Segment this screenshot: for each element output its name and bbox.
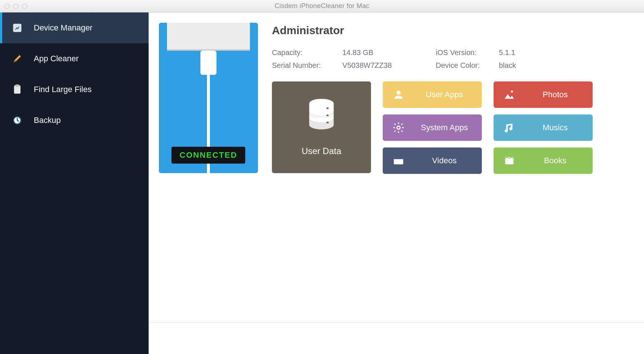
photo-icon (503, 88, 516, 101)
device-connector-illustration (167, 23, 250, 51)
music-icon (503, 121, 516, 134)
svg-rect-8 (327, 114, 329, 116)
footer-divider (149, 322, 644, 323)
svg-rect-7 (327, 107, 329, 109)
svg-point-14 (511, 91, 513, 93)
device-icon (11, 22, 23, 34)
device-connection-card: CONNECTED (159, 23, 258, 173)
gear-icon (392, 121, 405, 134)
device-info-grid: Capacity: 14.83 GB Serial Number: V5038W… (272, 48, 634, 70)
window-title: Cisdem iPhoneCleaner for Mac (0, 2, 644, 10)
sidebar-item-label: Find Large Files (34, 85, 92, 94)
broom-icon (11, 52, 23, 65)
user-icon (392, 88, 405, 101)
sidebar: Device Manager App Cleaner Find Large Fi… (0, 12, 149, 354)
tile-label: Photos (518, 90, 593, 99)
svg-point-10 (396, 91, 400, 95)
clock-icon (11, 114, 23, 127)
video-icon (392, 154, 405, 167)
titlebar: Cisdem iPhoneCleaner for Mac (0, 0, 644, 12)
device-color-label: Device Color: (436, 61, 487, 70)
svg-rect-2 (15, 84, 19, 87)
capacity-value: 14.83 GB (342, 48, 374, 57)
tile-books[interactable]: Books (494, 147, 593, 174)
ios-version-label: iOS Version: (436, 48, 487, 57)
sidebar-item-app-cleaner[interactable]: App Cleaner (0, 43, 149, 74)
tile-musics[interactable]: Musics (494, 114, 593, 141)
tile-videos[interactable]: Videos (383, 147, 482, 174)
capacity-label: Capacity: (272, 48, 331, 57)
tile-label: User Data (302, 146, 341, 156)
tile-label: Musics (518, 123, 593, 132)
svg-rect-9 (327, 122, 329, 123)
tile-label: System Apps (407, 123, 482, 132)
device-name-heading: Administrator (272, 24, 634, 37)
clipboard-icon (11, 83, 23, 96)
sidebar-item-device-manager[interactable]: Device Manager (0, 12, 149, 43)
tile-user-apps[interactable]: User Apps (383, 81, 482, 108)
sidebar-item-label: App Cleaner (34, 54, 79, 63)
sidebar-item-label: Device Manager (34, 23, 92, 33)
device-color-value: black (499, 61, 516, 70)
tile-system-apps[interactable]: System Apps (383, 114, 482, 141)
tile-label: Videos (407, 156, 482, 165)
svg-point-11 (397, 126, 400, 129)
serial-value: V5038W7ZZ38 (342, 61, 392, 70)
cable-head-illustration (200, 51, 217, 75)
tile-user-data[interactable]: User Data (272, 81, 371, 173)
database-icon (306, 98, 337, 136)
book-icon (503, 154, 516, 167)
connection-status-badge: CONNECTED (171, 147, 245, 164)
tile-label: User Apps (407, 90, 482, 99)
main-panel: CONNECTED Administrator Capacity: 14.83 … (149, 12, 644, 354)
svg-rect-13 (394, 157, 403, 159)
sidebar-item-backup[interactable]: Backup (0, 105, 149, 136)
sidebar-item-find-large-files[interactable]: Find Large Files (0, 74, 149, 105)
category-tiles: User Data User Apps (272, 81, 634, 174)
serial-label: Serial Number: (272, 61, 331, 70)
tile-photos[interactable]: Photos (494, 81, 593, 108)
sidebar-item-label: Backup (34, 116, 61, 125)
ios-version-value: 5.1.1 (499, 48, 515, 57)
tile-label: Books (518, 156, 593, 165)
